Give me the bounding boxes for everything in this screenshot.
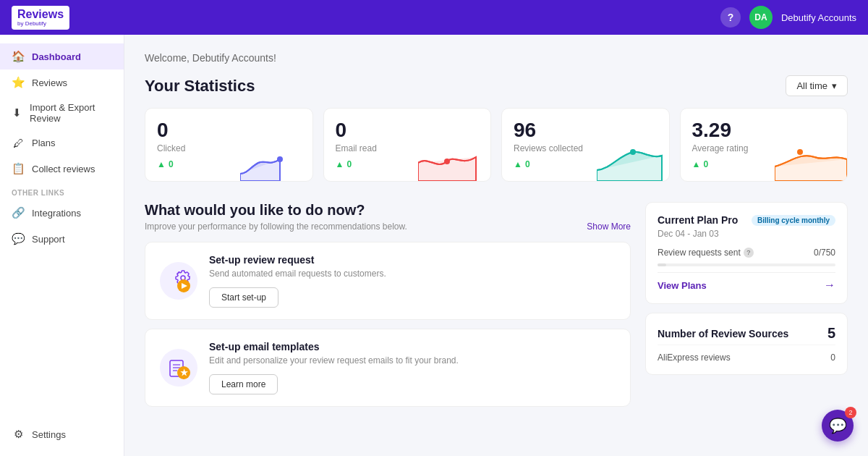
action-info-email-templates: Set-up email templates Edit and personal… [209,341,616,394]
stat-chart-reviews [597,141,669,181]
aliexpress-row: AliExpress reviews 0 [658,345,835,363]
action-info-setup-review: Set-up review request Send automated ema… [209,254,616,308]
stat-card-clicked: 0 Clicked ▲ 0 [145,108,313,182]
chat-button[interactable]: 💬 2 [822,410,854,442]
stat-chart-rating [775,141,847,181]
up-arrow-icon-4: ▲ [692,159,701,169]
sidebar-label-reviews: Reviews [32,77,67,88]
sidebar-item-import-export[interactable]: ⬇ Import & Export Review [0,96,124,130]
nav-right: ? DA Debutify Accounts [720,6,856,29]
main-content: Welcome, Debutify Accounts! Your Statist… [124,35,868,456]
what-to-do-subheader: Improve your performance by following th… [145,221,631,232]
email-template-icon: ★ [160,349,197,387]
download-icon: ⬇ [12,106,22,119]
integrations-icon: 🔗 [12,206,25,219]
up-arrow-icon-3: ▲ [514,159,522,169]
left-column: What would you like to do now? Improve y… [145,202,631,415]
svg-point-3 [797,149,803,155]
sidebar-label-import: Import & Export Review [30,102,112,124]
review-sources-card: Number of Review Sources 5 AliExpress re… [645,313,848,375]
time-filter-button[interactable]: All time ▾ [786,75,848,96]
info-icon: ? [744,248,754,258]
collect-icon: 📋 [12,162,25,175]
billing-badge: Billing cycle monthly [752,215,835,226]
sidebar-label-integrations: Integrations [32,208,81,219]
chevron-down-icon: ▾ [832,80,837,91]
start-setup-button[interactable]: Start set-up [209,287,278,308]
sidebar-item-settings[interactable]: ⚙ Settings [0,421,124,447]
action-title-email: Set-up email templates [209,341,616,352]
stat-chart-email [418,141,490,181]
show-more-link[interactable]: Show More [587,221,631,232]
plan-card-header: Current Plan Pro Billing cycle monthly [658,214,835,226]
stat-value-email: 0 [336,120,480,140]
sidebar-label-dashboard: Dashboard [32,51,81,62]
aliexpress-value: 0 [830,352,835,363]
plan-requests-row: Review requests sent ? 0/750 [658,248,835,258]
view-plans-row: View Plans → [658,272,835,292]
svg-point-2 [630,149,636,155]
progress-bar-track [658,263,835,266]
stats-header: Your Statistics All time ▾ [145,75,848,96]
stat-card-reviews: 96 Reviews collected ▲ 0 [501,108,670,182]
right-column: Current Plan Pro Billing cycle monthly D… [645,202,848,415]
sidebar-item-plans[interactable]: 🖊 Plans [0,130,124,156]
plans-icon: 🖊 [12,137,25,149]
progress-bar-fill [658,263,666,266]
sidebar-label-support: Support [32,234,65,245]
avatar: DA [749,6,773,29]
user-name: Debutify Accounts [781,12,856,23]
action-desc-setup-review: Send automated email requests to custome… [209,269,616,279]
sources-value: 5 [827,325,835,342]
help-button[interactable]: ? [720,7,741,28]
sidebar-item-support[interactable]: 💬 Support [0,226,124,252]
action-card-setup-review: Set-up review request Send automated ema… [145,242,631,320]
what-to-do-title: What would you like to do now? [145,202,631,219]
plan-requests-value: 0/750 [814,248,835,258]
setup-review-icon-wrap [160,262,197,300]
svg-text:★: ★ [180,368,188,378]
plan-requests-label: Review requests sent ? [658,248,754,258]
sidebar-item-dashboard[interactable]: 🏠 Dashboard [0,43,124,69]
app-logo: Reviews by Debutify [12,6,69,30]
sources-header-row: Number of Review Sources 5 [658,325,835,342]
gear-icon: ⚙ [12,428,25,441]
email-template-icon-wrap: ★ [160,349,197,387]
top-navigation: Reviews by Debutify ? DA Debutify Accoun… [0,0,868,35]
sidebar-item-reviews[interactable]: ⭐ Reviews [0,69,124,96]
sidebar-item-integrations[interactable]: 🔗 Integrations [0,200,124,226]
sources-title: Number of Review Sources [658,328,788,339]
welcome-text: Welcome, Debutify Accounts! [145,52,848,64]
sidebar-label-plans: Plans [32,138,56,148]
aliexpress-label: AliExpress reviews [658,352,731,363]
current-plan-card: Current Plan Pro Billing cycle monthly D… [645,202,848,304]
action-card-email-templates: ★ Set-up email templates Edit and person… [145,329,631,407]
sidebar-item-collect[interactable]: 📋 Collect reviews [0,156,124,182]
up-arrow-icon: ▲ [157,159,166,169]
gear-play-icon [160,262,197,300]
time-filter-label: All time [796,80,827,91]
stat-value-reviews: 96 [514,120,658,140]
bottom-section: What would you like to do now? Improve y… [145,202,848,415]
stats-title: Your Statistics [145,77,255,96]
sidebar-label-settings: Settings [32,429,66,440]
logo-box: Reviews by Debutify [12,6,69,30]
stat-card-email: 0 Email read ▲ 0 [323,108,492,182]
learn-more-button[interactable]: Learn more [209,374,278,394]
svg-point-4 [160,262,197,300]
svg-point-1 [444,159,450,164]
chat-badge: 2 [845,407,856,418]
logo-subtitle: by Debutify [17,20,64,27]
svg-point-0 [277,156,283,162]
support-icon: 💬 [12,232,25,245]
chat-icon: 💬 [829,417,847,434]
stat-card-rating: 3.29 Average rating ▲ 0 [680,108,848,182]
stat-chart-clicked [240,141,312,181]
home-icon: 🏠 [12,50,25,63]
stat-cards: 0 Clicked ▲ 0 0 Email read [145,108,848,182]
action-desc-email: Edit and personalize your review request… [209,355,616,366]
sidebar-label-collect: Collect reviews [32,164,95,174]
other-links-label: OTHER LINKS [0,182,124,200]
arrow-right-icon: → [824,279,835,292]
view-plans-link[interactable]: View Plans [658,280,707,291]
